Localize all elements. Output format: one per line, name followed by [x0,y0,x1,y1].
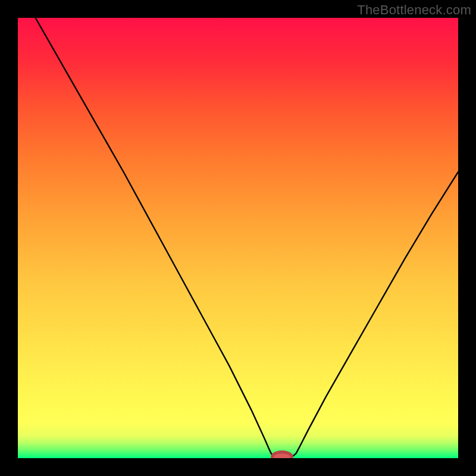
plot-area [18,18,458,458]
bottleneck-curve [36,18,458,456]
curve-svg [18,18,458,458]
optimum-marker [273,452,292,458]
chart-frame: TheBottleneck.com [0,0,476,476]
attribution-text: TheBottleneck.com [357,2,471,18]
